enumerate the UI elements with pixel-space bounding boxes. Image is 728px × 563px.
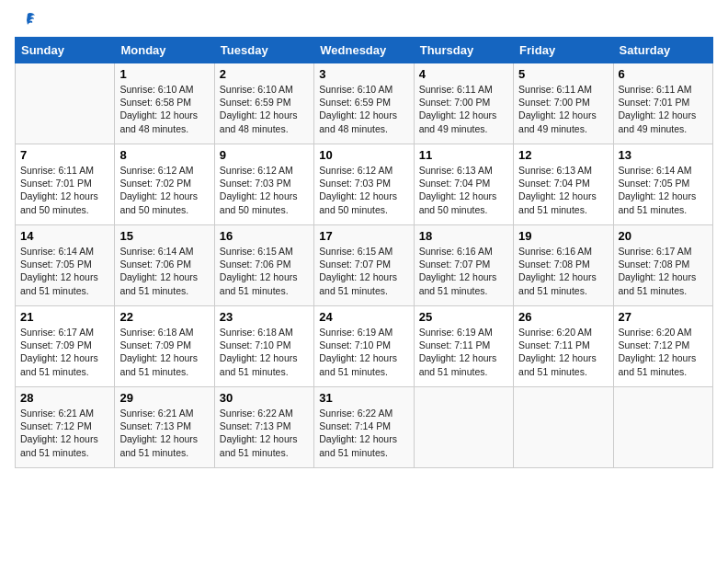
calendar-cell: 20Sunrise: 6:17 AM Sunset: 7:08 PM Dayli…: [613, 225, 712, 306]
calendar-cell: 18Sunrise: 6:16 AM Sunset: 7:07 PM Dayli…: [414, 225, 513, 306]
day-info: Sunrise: 6:10 AM Sunset: 6:58 PM Dayligh…: [119, 83, 209, 135]
day-number: 6: [619, 67, 708, 81]
day-info: Sunrise: 6:15 AM Sunset: 7:06 PM Dayligh…: [220, 245, 309, 297]
day-number: 1: [119, 67, 209, 81]
calendar-week-3: 14Sunrise: 6:14 AM Sunset: 7:05 PM Dayli…: [16, 225, 713, 306]
day-info: Sunrise: 6:14 AM Sunset: 7:05 PM Dayligh…: [20, 245, 109, 297]
calendar-cell: 12Sunrise: 6:13 AM Sunset: 7:04 PM Dayli…: [514, 144, 613, 225]
day-number: 11: [419, 148, 508, 162]
day-number: 12: [518, 148, 608, 162]
day-info: Sunrise: 6:11 AM Sunset: 7:00 PM Dayligh…: [518, 83, 608, 135]
day-number: 27: [619, 310, 708, 324]
day-info: Sunrise: 6:22 AM Sunset: 7:13 PM Dayligh…: [220, 407, 309, 459]
day-number: 13: [619, 148, 708, 162]
day-info: Sunrise: 6:11 AM Sunset: 7:01 PM Dayligh…: [20, 164, 109, 216]
header-saturday: Saturday: [613, 38, 712, 63]
day-number: 28: [20, 391, 109, 405]
calendar-cell: 31Sunrise: 6:22 AM Sunset: 7:14 PM Dayli…: [314, 387, 414, 468]
day-info: Sunrise: 6:17 AM Sunset: 7:09 PM Dayligh…: [20, 326, 109, 378]
day-number: 26: [518, 310, 608, 324]
day-number: 5: [518, 67, 608, 81]
day-info: Sunrise: 6:13 AM Sunset: 7:04 PM Dayligh…: [518, 164, 608, 216]
day-number: 31: [319, 391, 408, 405]
calendar-cell: 25Sunrise: 6:19 AM Sunset: 7:11 PM Dayli…: [414, 306, 513, 387]
calendar-cell: 17Sunrise: 6:15 AM Sunset: 7:07 PM Dayli…: [314, 225, 414, 306]
day-info: Sunrise: 6:15 AM Sunset: 7:07 PM Dayligh…: [319, 245, 408, 297]
calendar-cell: 28Sunrise: 6:21 AM Sunset: 7:12 PM Dayli…: [16, 387, 115, 468]
logo: [15, 15, 37, 29]
calendar-cell: [16, 63, 115, 144]
day-info: Sunrise: 6:19 AM Sunset: 7:11 PM Dayligh…: [419, 326, 508, 378]
calendar-cell: 23Sunrise: 6:18 AM Sunset: 7:10 PM Dayli…: [214, 306, 313, 387]
calendar-cell: 9Sunrise: 6:12 AM Sunset: 7:03 PM Daylig…: [214, 144, 313, 225]
calendar-cell: 13Sunrise: 6:14 AM Sunset: 7:05 PM Dayli…: [613, 144, 712, 225]
day-number: 21: [20, 310, 109, 324]
day-info: Sunrise: 6:10 AM Sunset: 6:59 PM Dayligh…: [220, 83, 309, 135]
calendar-cell: 15Sunrise: 6:14 AM Sunset: 7:06 PM Dayli…: [115, 225, 214, 306]
day-info: Sunrise: 6:20 AM Sunset: 7:12 PM Dayligh…: [619, 326, 708, 378]
day-number: 15: [119, 229, 209, 243]
calendar-cell: 29Sunrise: 6:21 AM Sunset: 7:13 PM Dayli…: [115, 387, 214, 468]
day-number: 7: [20, 148, 109, 162]
calendar-week-5: 28Sunrise: 6:21 AM Sunset: 7:12 PM Dayli…: [16, 387, 713, 468]
day-number: 29: [119, 391, 209, 405]
calendar-cell: 19Sunrise: 6:16 AM Sunset: 7:08 PM Dayli…: [514, 225, 613, 306]
day-info: Sunrise: 6:22 AM Sunset: 7:14 PM Dayligh…: [319, 407, 408, 459]
header-wednesday: Wednesday: [314, 38, 414, 63]
calendar-cell: 10Sunrise: 6:12 AM Sunset: 7:03 PM Dayli…: [314, 144, 414, 225]
day-number: 3: [319, 67, 408, 81]
calendar-cell: 5Sunrise: 6:11 AM Sunset: 7:00 PM Daylig…: [514, 63, 613, 144]
day-info: Sunrise: 6:10 AM Sunset: 6:59 PM Dayligh…: [319, 83, 408, 135]
calendar-cell: 27Sunrise: 6:20 AM Sunset: 7:12 PM Dayli…: [613, 306, 712, 387]
day-info: Sunrise: 6:14 AM Sunset: 7:05 PM Dayligh…: [619, 164, 708, 216]
calendar-cell: [414, 387, 513, 468]
calendar-cell: [514, 387, 613, 468]
header-sunday: Sunday: [16, 38, 115, 63]
day-info: Sunrise: 6:16 AM Sunset: 7:08 PM Dayligh…: [518, 245, 608, 297]
calendar-cell: 8Sunrise: 6:12 AM Sunset: 7:02 PM Daylig…: [115, 144, 214, 225]
day-info: Sunrise: 6:14 AM Sunset: 7:06 PM Dayligh…: [119, 245, 209, 297]
calendar-body: 1Sunrise: 6:10 AM Sunset: 6:58 PM Daylig…: [16, 63, 713, 468]
calendar-week-4: 21Sunrise: 6:17 AM Sunset: 7:09 PM Dayli…: [16, 306, 713, 387]
day-info: Sunrise: 6:16 AM Sunset: 7:07 PM Dayligh…: [419, 245, 508, 297]
calendar-cell: 22Sunrise: 6:18 AM Sunset: 7:09 PM Dayli…: [115, 306, 214, 387]
calendar-week-1: 1Sunrise: 6:10 AM Sunset: 6:58 PM Daylig…: [16, 63, 713, 144]
day-info: Sunrise: 6:12 AM Sunset: 7:03 PM Dayligh…: [220, 164, 309, 216]
day-number: 17: [319, 229, 408, 243]
day-info: Sunrise: 6:11 AM Sunset: 7:01 PM Dayligh…: [619, 83, 708, 135]
day-number: 16: [220, 229, 309, 243]
calendar-header-row: SundayMondayTuesdayWednesdayThursdayFrid…: [16, 38, 713, 63]
day-info: Sunrise: 6:17 AM Sunset: 7:08 PM Dayligh…: [619, 245, 708, 297]
day-info: Sunrise: 6:20 AM Sunset: 7:11 PM Dayligh…: [518, 326, 608, 378]
page-header: [15, 15, 713, 29]
calendar-week-2: 7Sunrise: 6:11 AM Sunset: 7:01 PM Daylig…: [16, 144, 713, 225]
day-info: Sunrise: 6:12 AM Sunset: 7:02 PM Dayligh…: [119, 164, 209, 216]
day-number: 22: [119, 310, 209, 324]
day-number: 25: [419, 310, 508, 324]
day-info: Sunrise: 6:18 AM Sunset: 7:09 PM Dayligh…: [119, 326, 209, 378]
calendar-cell: 30Sunrise: 6:22 AM Sunset: 7:13 PM Dayli…: [214, 387, 313, 468]
day-info: Sunrise: 6:18 AM Sunset: 7:10 PM Dayligh…: [220, 326, 309, 378]
header-friday: Friday: [514, 38, 613, 63]
day-number: 14: [20, 229, 109, 243]
calendar-cell: 2Sunrise: 6:10 AM Sunset: 6:59 PM Daylig…: [214, 63, 313, 144]
calendar-cell: 26Sunrise: 6:20 AM Sunset: 7:11 PM Dayli…: [514, 306, 613, 387]
calendar-cell: 1Sunrise: 6:10 AM Sunset: 6:58 PM Daylig…: [115, 63, 214, 144]
day-number: 23: [220, 310, 309, 324]
calendar-cell: 21Sunrise: 6:17 AM Sunset: 7:09 PM Dayli…: [16, 306, 115, 387]
day-number: 24: [319, 310, 408, 324]
day-info: Sunrise: 6:13 AM Sunset: 7:04 PM Dayligh…: [419, 164, 508, 216]
calendar-cell: 16Sunrise: 6:15 AM Sunset: 7:06 PM Dayli…: [214, 225, 313, 306]
header-tuesday: Tuesday: [214, 38, 313, 63]
calendar-cell: 3Sunrise: 6:10 AM Sunset: 6:59 PM Daylig…: [314, 63, 414, 144]
day-number: 30: [220, 391, 309, 405]
day-number: 8: [119, 148, 209, 162]
day-number: 4: [419, 67, 508, 81]
calendar-cell: [613, 387, 712, 468]
calendar-cell: 14Sunrise: 6:14 AM Sunset: 7:05 PM Dayli…: [16, 225, 115, 306]
calendar-table: SundayMondayTuesdayWednesdayThursdayFrid…: [15, 37, 713, 468]
day-number: 10: [319, 148, 408, 162]
logo-bird-icon: [18, 11, 37, 29]
day-number: 9: [220, 148, 309, 162]
day-info: Sunrise: 6:21 AM Sunset: 7:13 PM Dayligh…: [119, 407, 209, 459]
